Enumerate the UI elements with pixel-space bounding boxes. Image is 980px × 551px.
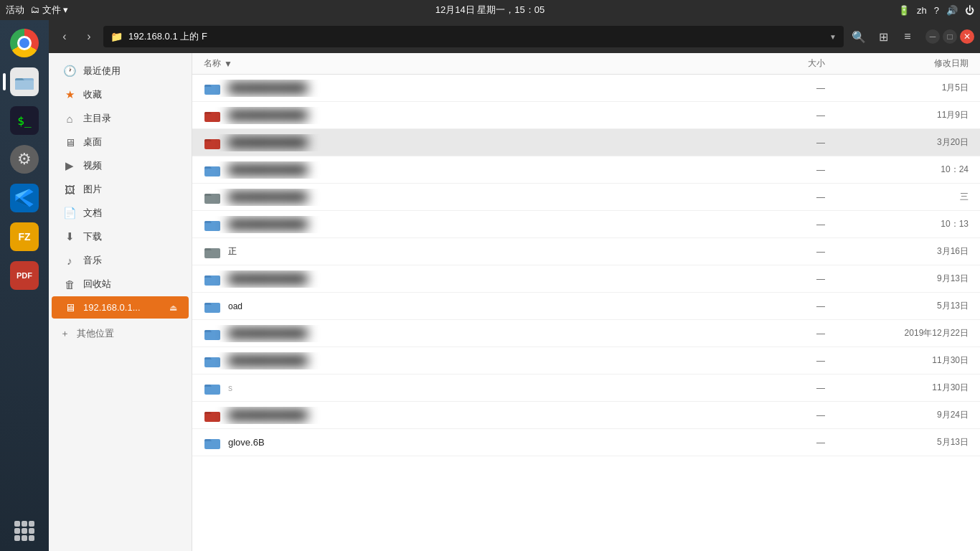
file-date: 10：13 <box>825 218 969 230</box>
table-row[interactable]: ████████████ — 10：24 <box>192 156 980 184</box>
file-name-cell: glove.6B <box>204 434 739 451</box>
trash-icon: 🗑 <box>63 278 76 291</box>
table-row[interactable]: 正 — 3月16日 <box>192 238 980 265</box>
files-icon <box>10 67 39 96</box>
svg-rect-1 <box>15 80 34 90</box>
table-row[interactable]: ████████████ — 三 <box>192 184 980 211</box>
sidebar-item-starred[interactable]: ★ 收藏 <box>52 83 189 106</box>
desktop-icon: 🖥 <box>63 136 76 149</box>
table-row[interactable]: ████████████ — 11月30日 <box>192 347 980 375</box>
help-icon[interactable]: ? <box>934 5 939 16</box>
maximize-button[interactable]: □ <box>943 29 957 44</box>
table-row[interactable]: ████████████ — 2019年12月22日 <box>192 320 980 347</box>
file-name-cell: ████████████ <box>204 189 739 206</box>
files-menu-label[interactable]: 🗂 文件 ▾ <box>30 4 68 17</box>
sidebar-label-desktop: 桌面 <box>83 136 102 149</box>
table-row[interactable]: ████████████ — 1月5日 <box>192 75 980 102</box>
sidebar-item-music[interactable]: ♪ 音乐 <box>52 249 189 272</box>
sidebar-item-trash[interactable]: 🗑 回收站 <box>52 273 189 296</box>
eject-icon[interactable]: ⏏ <box>169 303 177 313</box>
power-icon[interactable]: ⏻ <box>965 5 974 16</box>
file-name-cell: ████████████ <box>204 216 739 233</box>
file-size: — <box>739 110 825 121</box>
address-dropdown-icon[interactable]: ▼ <box>829 33 837 41</box>
sidebar-item-pictures[interactable]: 🖼 图片 <box>52 178 189 201</box>
minimize-button[interactable]: ─ <box>925 29 940 44</box>
folder-icon <box>204 407 221 424</box>
table-row[interactable]: glove.6B — 5月13日 <box>192 429 980 456</box>
dock-item-pdf-reader[interactable]: PDF <box>7 258 42 293</box>
search-button[interactable]: 🔍 <box>848 26 870 47</box>
sidebar-label-recent: 最近使用 <box>83 65 121 77</box>
activities-label[interactable]: 活动 <box>6 4 24 17</box>
network-drive-icon: 🖥 <box>63 301 76 314</box>
close-button[interactable]: ✕ <box>960 29 974 44</box>
header-size[interactable]: 大小 <box>739 57 825 70</box>
table-row[interactable]: ████████████ — 11月9日 <box>192 102 980 129</box>
sidebar-label-downloads: 下载 <box>83 230 102 243</box>
view-grid-button[interactable]: ⊞ <box>872 26 894 47</box>
system-bar-left: 活动 🗂 文件 ▾ <box>6 4 68 17</box>
file-name-cell: ████████████ <box>204 161 739 179</box>
dock-item-files[interactable] <box>7 65 42 99</box>
folder-icon <box>204 243 221 260</box>
table-row[interactable]: ████████████ — 9月24日 <box>192 402 980 429</box>
folder-icon <box>204 107 221 124</box>
forward-button[interactable]: › <box>79 27 99 47</box>
table-row[interactable]: ████████████ — 3月20日 <box>192 129 980 156</box>
sidebar-item-videos[interactable]: ▶ 视频 <box>52 154 189 177</box>
view-list-button[interactable]: ≡ <box>897 26 918 47</box>
header-name[interactable]: 名称 ▼ <box>204 57 739 70</box>
terminal-icon: $_ <box>10 106 39 135</box>
music-icon: ♪ <box>63 255 76 267</box>
file-label: ████████████ <box>228 328 308 339</box>
folder-icon <box>204 189 221 206</box>
sidebar-item-documents[interactable]: 📄 文档 <box>52 202 189 225</box>
table-row[interactable]: ████████████ — 10：13 <box>192 211 980 238</box>
main-area: $_ ⚙ FZ PDF <box>0 20 980 551</box>
folder-icon <box>204 325 221 342</box>
file-name-cell: 正 <box>204 243 739 260</box>
file-date: 5月13日 <box>825 436 969 448</box>
lang-indicator[interactable]: zh <box>917 5 927 16</box>
dock-item-chrome[interactable] <box>7 26 42 60</box>
header-modified[interactable]: 修改日期 <box>825 57 969 70</box>
dock-item-vscode[interactable] <box>7 181 42 215</box>
file-label: 正 <box>228 245 237 258</box>
file-size: — <box>739 438 825 448</box>
file-name-cell: ████████████ <box>204 80 739 97</box>
file-date: 9月24日 <box>825 409 969 421</box>
vscode-icon <box>10 184 39 212</box>
volume-icon[interactable]: 🔊 <box>946 5 958 16</box>
file-name-cell: ████████████ <box>204 134 739 151</box>
sidebar-label-trash: 回收站 <box>83 278 111 291</box>
table-row[interactable]: oad — 5月13日 <box>192 293 980 320</box>
sidebar-item-downloads[interactable]: ⬇ 下载 <box>52 225 189 248</box>
sidebar-item-desktop[interactable]: 🖥 桌面 <box>52 131 189 154</box>
dock: $_ ⚙ FZ PDF <box>0 20 49 551</box>
dock-item-terminal[interactable]: $_ <box>7 103 42 138</box>
dock-item-filezilla[interactable]: FZ <box>7 220 42 254</box>
file-list-area: 名称 ▼ 大小 修改日期 <box>192 53 980 551</box>
sidebar-item-network[interactable]: 🖥 192.168.0.1... ⏏ <box>52 296 189 319</box>
sidebar-label-videos: 视频 <box>83 159 102 172</box>
sidebar-add-location[interactable]: ＋ 其他位置 <box>49 322 192 345</box>
file-date: 三 <box>825 191 969 203</box>
sidebar-item-recent[interactable]: 🕐 最近使用 <box>52 60 189 83</box>
file-label: ████████████ <box>228 273 308 284</box>
address-bar[interactable]: 📁 192.168.0.1 上的 F ▼ <box>103 26 844 47</box>
documents-icon: 📄 <box>63 207 76 220</box>
file-size: — <box>739 410 825 420</box>
back-button[interactable]: ‹ <box>55 27 75 47</box>
pdf-reader-icon: PDF <box>10 261 39 290</box>
table-row[interactable]: ████████████ — 9月13日 <box>192 265 980 293</box>
file-date: 11月30日 <box>825 354 969 367</box>
sidebar-item-home[interactable]: ⌂ 主目录 <box>52 107 189 130</box>
file-size: — <box>739 220 825 230</box>
add-icon: ＋ <box>60 327 70 340</box>
address-folder-icon: 📁 <box>110 31 123 42</box>
table-row[interactable]: s — 11月30日 <box>192 375 980 402</box>
window-controls: ─ □ ✕ <box>925 29 974 44</box>
app-grid-button[interactable] <box>10 517 39 545</box>
dock-item-settings[interactable]: ⚙ <box>7 142 42 176</box>
